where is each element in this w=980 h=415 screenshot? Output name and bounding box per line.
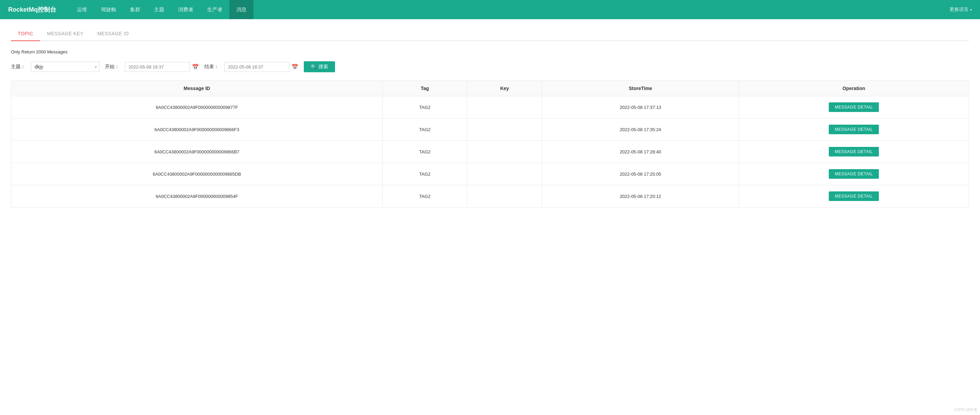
- end-date-wrapper: 📅: [224, 62, 298, 72]
- navbar-item-cluster[interactable]: 集群: [123, 0, 147, 19]
- table-row: 6A0CC43800002A9F000000000009854FTAG22022…: [11, 185, 969, 208]
- table-row: 6A0CC43800002A9F000000000009877FTAG22022…: [11, 96, 969, 119]
- navbar-item-dashboard[interactable]: 驾驶舱: [94, 0, 123, 19]
- start-date-wrapper: 📅: [125, 62, 199, 72]
- navbar: RocketMq控制台 运维 驾驶舱 集群 主题 消费者 生产者 消息 更换语言…: [0, 0, 980, 19]
- language-switcher[interactable]: 更换语言 ▾: [950, 6, 972, 13]
- cell-operation: MESSAGE DETAIL: [739, 185, 969, 208]
- table-row: 6A0CC43800002A9F000000000009866B7TAG2202…: [11, 141, 969, 163]
- tab-message-key[interactable]: MESSAGE KEY: [40, 27, 91, 41]
- end-date-input[interactable]: [224, 62, 290, 72]
- message-detail-button[interactable]: MESSAGE DETAIL: [829, 192, 879, 201]
- col-header-tag: Tag: [383, 81, 467, 96]
- col-header-message-id: Message ID: [11, 81, 383, 96]
- start-date-input[interactable]: [125, 62, 190, 72]
- cell-key: [467, 141, 542, 163]
- message-detail-button[interactable]: MESSAGE DETAIL: [829, 102, 879, 112]
- col-header-key: Key: [467, 81, 542, 96]
- cell-operation: MESSAGE DETAIL: [739, 119, 969, 141]
- messages-table: Message ID Tag Key StoreTime Operation 6…: [11, 81, 969, 208]
- cell-key: [467, 119, 542, 141]
- navbar-item-producer[interactable]: 生产者: [200, 0, 229, 19]
- message-detail-button[interactable]: MESSAGE DETAIL: [829, 169, 879, 179]
- cell-operation: MESSAGE DETAIL: [739, 163, 969, 185]
- table-header-row: Message ID Tag Key StoreTime Operation: [11, 81, 969, 96]
- chevron-down-icon: ▾: [970, 8, 972, 12]
- navbar-menu: 运维 驾驶舱 集群 主题 消费者 生产者 消息: [70, 0, 950, 19]
- search-form: 主题： dkjy ▾ 开始： 📅 结束： 📅 🔍 搜索: [11, 61, 969, 72]
- cell-operation: MESSAGE DETAIL: [739, 141, 969, 163]
- cell-store-time: 2022-05-08 17:35:24: [542, 119, 739, 141]
- message-detail-button[interactable]: MESSAGE DETAIL: [829, 125, 879, 134]
- col-header-operation: Operation: [739, 81, 969, 96]
- message-detail-button[interactable]: MESSAGE DETAIL: [829, 147, 879, 157]
- topic-select[interactable]: dkjy: [31, 62, 99, 72]
- cell-tag: TAG2: [383, 163, 467, 185]
- table-row: 6A0CC43800002A9F000000000009866F3TAG2202…: [11, 119, 969, 141]
- navbar-item-ops[interactable]: 运维: [70, 0, 94, 19]
- cell-message-id: 6A0CC43800002A9F000000000009854F: [11, 185, 383, 208]
- search-icon: 🔍: [311, 64, 317, 70]
- watermark: CSDN @作者: [954, 407, 977, 412]
- cell-key: [467, 185, 542, 208]
- navbar-item-consumer[interactable]: 消费者: [171, 0, 200, 19]
- end-calendar-icon[interactable]: 📅: [291, 64, 298, 70]
- search-button[interactable]: 🔍 搜索: [304, 61, 335, 72]
- cell-message-id: 6A0CC43800002A9F0000000000009865DB: [11, 163, 383, 185]
- cell-tag: TAG2: [383, 96, 467, 119]
- info-text: Only Return 2000 Messages: [11, 49, 969, 54]
- cell-tag: TAG2: [383, 141, 467, 163]
- cell-store-time: 2022-05-08 17:37:13: [542, 96, 739, 119]
- start-calendar-icon[interactable]: 📅: [192, 64, 199, 70]
- cell-operation: MESSAGE DETAIL: [739, 96, 969, 119]
- navbar-item-message[interactable]: 消息: [229, 0, 253, 19]
- tab-topic[interactable]: TOPIC: [11, 27, 40, 41]
- col-header-storetime: StoreTime: [542, 81, 739, 96]
- topic-label: 主题：: [11, 64, 25, 70]
- end-label: 结束：: [204, 64, 219, 70]
- navbar-brand: RocketMq控制台: [8, 5, 56, 14]
- cell-key: [467, 96, 542, 119]
- search-button-label: 搜索: [318, 64, 328, 70]
- topic-select-wrapper: dkjy ▾: [31, 62, 99, 72]
- main-content: TOPIC MESSAGE KEY MESSAGE ID Only Return…: [0, 19, 980, 415]
- cell-store-time: 2022-05-08 17:20:12: [542, 185, 739, 208]
- cell-tag: TAG2: [383, 119, 467, 141]
- cell-store-time: 2022-05-08 17:28:40: [542, 141, 739, 163]
- cell-tag: TAG2: [383, 185, 467, 208]
- navbar-item-topic[interactable]: 主题: [147, 0, 171, 19]
- cell-message-id: 6A0CC43800002A9F000000000009877F: [11, 96, 383, 119]
- cell-message-id: 6A0CC43800002A9F000000000009866F3: [11, 119, 383, 141]
- table-row: 6A0CC43800002A9F0000000000009865DBTAG220…: [11, 163, 969, 185]
- tab-message-id[interactable]: MESSAGE ID: [91, 27, 136, 41]
- cell-message-id: 6A0CC43800002A9F000000000009866B7: [11, 141, 383, 163]
- language-label: 更换语言: [950, 6, 969, 13]
- cell-key: [467, 163, 542, 185]
- start-label: 开始：: [105, 64, 119, 70]
- cell-store-time: 2022-05-08 17:25:05: [542, 163, 739, 185]
- tab-bar: TOPIC MESSAGE KEY MESSAGE ID: [11, 27, 969, 41]
